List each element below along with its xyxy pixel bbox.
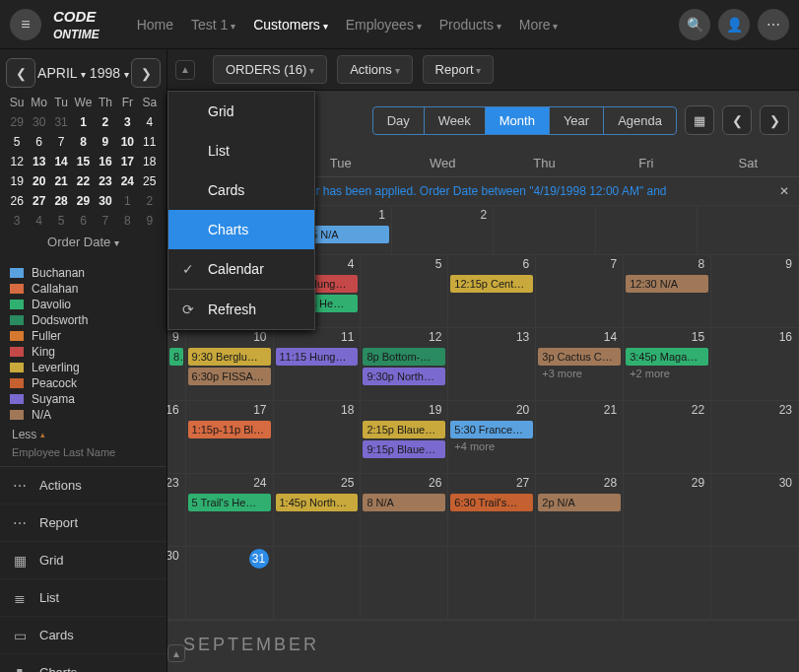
calendar-event[interactable]: 1:45p North…: [276, 494, 359, 511]
viewmenu-list[interactable]: List: [168, 131, 314, 170]
view-agenda[interactable]: Agenda: [604, 107, 676, 134]
calendar-month-label[interactable]: APRIL ▾ 1998 ▾: [37, 65, 129, 81]
nav-item-products[interactable]: Products: [439, 17, 501, 33]
mini-cal-day[interactable]: 14: [50, 152, 72, 171]
day-cell[interactable]: 29: [624, 474, 711, 546]
legend-item[interactable]: Buchanan: [10, 265, 157, 281]
prev-period-button[interactable]: ❮: [722, 105, 752, 135]
calendar-event[interactable]: 11:15 Hung…: [276, 348, 359, 366]
calendar-event[interactable]: 8:15p Lazy…: [169, 348, 183, 366]
next-period-button[interactable]: ❯: [760, 105, 789, 135]
nav-item-employees[interactable]: Employees: [346, 17, 422, 33]
mini-cal-day[interactable]: 12: [6, 152, 28, 171]
day-cell[interactable]: 128p Bottom-…9:30p North…: [361, 328, 448, 400]
day-cell[interactable]: [624, 547, 711, 619]
nav-item-customers[interactable]: Customers: [253, 17, 327, 33]
mini-cal-day[interactable]: 3: [6, 211, 28, 231]
filter-link[interactable]: A filter has been applied. Order Date be…: [287, 183, 666, 199]
mini-cal-day[interactable]: 3: [116, 112, 138, 132]
viewmenu-cards[interactable]: Cards: [168, 170, 314, 210]
calendar-event[interactable]: 2p N/A: [538, 494, 621, 511]
day-cell[interactable]: 245 Trail's He…: [186, 474, 274, 546]
mini-cal-day[interactable]: 10: [116, 132, 138, 152]
day-cell[interactable]: [274, 547, 362, 619]
calendar-event[interactable]: 1:15p-11p Bl…: [188, 421, 271, 438]
mini-cal-day[interactable]: 18: [139, 152, 161, 171]
more-link[interactable]: +2 more: [626, 368, 708, 379]
collapse-sidebar-button-bottom[interactable]: ▲: [167, 644, 185, 662]
legend-item[interactable]: King: [10, 344, 157, 360]
day-cell[interactable]: 5: [361, 255, 448, 327]
day-cell[interactable]: 7: [536, 255, 624, 327]
legend-item[interactable]: Peacock: [10, 375, 157, 391]
view-day[interactable]: Day: [373, 107, 425, 134]
user-button[interactable]: 👤: [718, 9, 750, 40]
mini-cal-day[interactable]: 5: [6, 132, 28, 152]
mini-cal-day[interactable]: 26: [6, 191, 28, 211]
mini-cal-day[interactable]: 16: [95, 152, 116, 171]
day-cell[interactable]: 153:45p Maga…+2 more: [624, 328, 711, 400]
calendar-next-button[interactable]: ❯: [131, 58, 161, 88]
day-cell[interactable]: [448, 547, 536, 619]
day-cell[interactable]: 21: [536, 401, 624, 473]
mini-cal-day[interactable]: 7: [95, 211, 116, 231]
legend-item[interactable]: Suyama: [10, 391, 157, 407]
mini-cal-day[interactable]: 24: [116, 171, 138, 191]
day-cell[interactable]: 276:30 Trail's…: [448, 474, 536, 546]
more-button[interactable]: ⋯: [758, 9, 789, 40]
legend-item[interactable]: Callahan: [10, 281, 157, 297]
mini-cal-day[interactable]: 27: [28, 191, 49, 211]
day-cell[interactable]: 23: [711, 401, 799, 473]
sidenav-list[interactable]: ≣List: [0, 579, 166, 617]
more-link[interactable]: +4 more: [450, 440, 533, 452]
mini-cal-day[interactable]: 25: [139, 171, 161, 191]
mini-cal-day[interactable]: 4: [28, 211, 49, 231]
calendar-event[interactable]: 5:30 France…: [450, 421, 533, 438]
viewmenu-grid[interactable]: Grid: [168, 92, 314, 131]
mini-cal-day[interactable]: 9: [95, 132, 116, 152]
close-info-icon[interactable]: ✕: [779, 183, 789, 199]
viewmenu-charts[interactable]: Charts: [168, 210, 314, 249]
viewmenu-refresh[interactable]: ⟳Refresh: [168, 290, 314, 329]
day-cell[interactable]: 268 N/A: [361, 474, 448, 546]
calendar-event[interactable]: 3p Cactus C…: [538, 348, 621, 366]
day-cell[interactable]: 143p Cactus C…+3 more: [536, 328, 624, 400]
mini-cal-day[interactable]: 29: [6, 112, 28, 132]
mini-cal-day[interactable]: 1: [72, 112, 94, 132]
day-cell[interactable]: [711, 547, 799, 619]
mini-cal-day[interactable]: 15: [72, 152, 94, 171]
calendar-event[interactable]: 6:30p FISSA…: [188, 368, 271, 385]
mini-cal-day[interactable]: 1: [116, 191, 138, 211]
nav-item-more[interactable]: More: [519, 17, 559, 33]
mini-cal-day[interactable]: 29: [72, 191, 94, 211]
mini-cal-day[interactable]: 8: [116, 211, 138, 231]
view-week[interactable]: Week: [425, 107, 486, 134]
mini-cal-day[interactable]: 2: [95, 112, 116, 132]
nav-item-home[interactable]: Home: [137, 17, 173, 33]
view-year[interactable]: Year: [550, 107, 604, 134]
mini-cal-day[interactable]: 6: [72, 211, 94, 231]
sidenav-cards[interactable]: ▭Cards: [0, 617, 166, 654]
legend-item[interactable]: Fuller: [10, 328, 157, 344]
view-month[interactable]: Month: [486, 107, 550, 134]
orders-dropdown-button[interactable]: ORDERS (16): [213, 55, 327, 84]
mini-cal-day[interactable]: 9: [139, 211, 161, 231]
day-cell[interactable]: 9: [711, 255, 799, 327]
mini-cal-day[interactable]: 22: [72, 171, 94, 191]
day-cell[interactable]: 2: [392, 206, 494, 254]
mini-cal-day[interactable]: 11: [139, 132, 161, 152]
day-cell[interactable]: 251:45p North…: [274, 474, 362, 546]
mini-cal-day[interactable]: 4: [139, 112, 161, 132]
calendar-event[interactable]: 12:15p Cent…: [450, 275, 533, 293]
report-dropdown-button[interactable]: Report: [423, 55, 495, 84]
mini-cal-day[interactable]: 5: [50, 211, 72, 231]
menu-button[interactable]: ≡: [10, 9, 41, 40]
day-cell[interactable]: 171:15p-11p Bl…: [186, 401, 274, 473]
mini-cal-day[interactable]: 21: [50, 171, 72, 191]
day-cell[interactable]: 18: [274, 401, 362, 473]
mini-cal-day[interactable]: 6: [28, 132, 49, 152]
day-cell[interactable]: 16: [711, 328, 799, 400]
actions-dropdown-button[interactable]: Actions: [337, 55, 412, 84]
calendar-event[interactable]: 8 N/A: [363, 494, 445, 511]
calendar-event[interactable]: 5 Trail's He…: [188, 494, 271, 511]
